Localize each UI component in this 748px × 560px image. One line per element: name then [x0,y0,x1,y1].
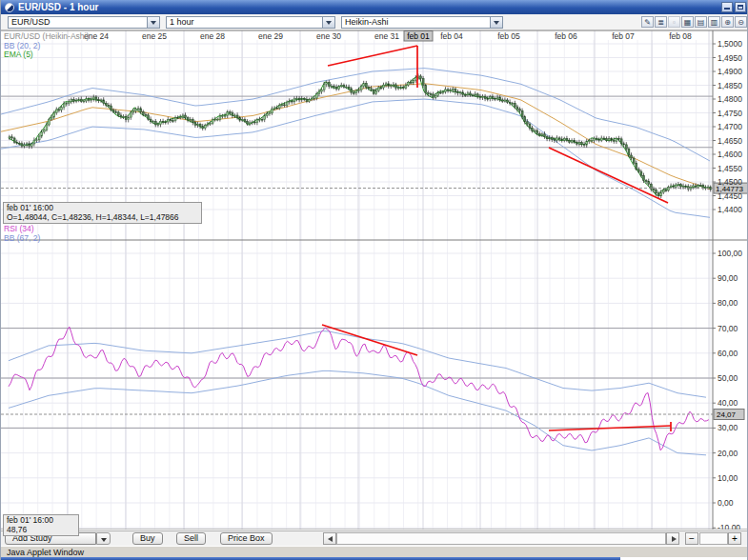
svg-text:100,00: 100,00 [718,249,742,258]
detach-icon[interactable]: ▫ [668,16,680,28]
studies-list-icon[interactable]: ≣ [655,16,667,28]
svg-text:1,4700: 1,4700 [718,122,742,131]
chart-area[interactable]: 1,4477324,071,50001,49501,49001,48501,48… [1,30,748,530]
window-title: EUR/USD - 1 hour [18,2,98,12]
svg-text:70,00: 70,00 [718,324,738,333]
chevron-down-icon[interactable] [147,17,159,28]
buy-button[interactable]: Buy [132,532,163,545]
svg-text:feb 01: feb 01 [407,31,430,41]
main-toolbar: EUR/USD 1 hour Heikin-Ashi ✎≣▫▦▤▥⊕⊖ [1,14,748,30]
chevron-down-icon[interactable] [490,17,502,28]
rsi-tooltip: feb 01' 16:00 48,76 [3,514,79,536]
svg-text:ene 29: ene 29 [258,31,283,41]
application-window: EUR/USD - 1 hour EUR/USD 1 hour Heikin-A… [0,0,748,560]
status-bar: Java Applet Window [1,546,748,557]
crosshair-date-label: feb 01 [404,31,433,42]
svg-text:1,4550: 1,4550 [718,164,742,173]
legend-entry: EMA (5) [4,50,89,60]
sell-button[interactable]: Sell [176,532,206,545]
svg-text:feb 08: feb 08 [669,31,692,41]
layout-columns-icon[interactable]: ▥ [708,16,720,28]
layout-rows-icon[interactable]: ▤ [695,16,707,28]
interval-select-value: 1 hour [170,17,194,28]
svg-text:feb 05: feb 05 [497,31,520,41]
pencil-draw-icon[interactable]: ✎ [641,16,654,28]
svg-text:1,4850: 1,4850 [718,81,742,90]
svg-text:1,4400: 1,4400 [718,205,742,214]
svg-text:feb 04: feb 04 [440,31,463,41]
zoom-in-button[interactable]: + [728,532,741,545]
add-study-dropdown-button[interactable] [96,532,111,545]
svg-text:ene 25: ene 25 [142,31,167,41]
legend-entry: BB (67, 2) [4,234,40,244]
chevron-down-icon[interactable] [322,17,334,28]
status-text: Java Applet Window [7,548,84,557]
zoom-out-button[interactable]: − [685,532,698,545]
svg-text:1,4500: 1,4500 [718,177,742,187]
svg-text:80,00: 80,00 [718,298,738,308]
chart-type-select[interactable]: Heikin-Ashi [341,16,503,29]
svg-text:1,4650: 1,4650 [718,136,742,146]
svg-text:1,4600: 1,4600 [718,150,742,159]
svg-text:60,00: 60,00 [718,349,738,358]
tooltip-ohlc: O=1,48044, C=1,48236, H=1,48344, L=1,478… [7,213,198,223]
scroll-right-button[interactable] [666,532,679,545]
minimize-button[interactable] [721,2,733,12]
svg-text:40,00: 40,00 [718,398,738,408]
ohlc-tooltip: feb 01' 16:00 O=1,48044, C=1,48236, H=1,… [3,202,202,224]
svg-text:ene 30: ene 30 [316,31,341,41]
svg-text:24,07: 24,07 [717,410,737,419]
zoom-out-icon[interactable]: ⊖ [735,16,747,28]
svg-text:1,4900: 1,4900 [718,67,742,76]
svg-text:1,4450: 1,4450 [718,191,742,201]
tooltip-value: 48,76 [7,526,75,535]
svg-text:feb 07: feb 07 [612,31,635,41]
bottom-toolbar: Add Study Buy Sell Price Box − + [1,530,748,546]
svg-text:ene 28: ene 28 [200,31,225,41]
zoom-slider-track[interactable] [699,532,728,545]
maximize-button[interactable] [735,2,746,12]
svg-text:-10,00: -10,00 [718,523,740,530]
rsi-panel-legend: RSI (34)BB (67, 2) [4,225,40,243]
symbol-select-value: EUR/USD [11,17,51,28]
chart-type-select-value: Heikin-Ashi [345,17,389,28]
svg-text:90,00: 90,00 [718,273,738,283]
scroll-left-button[interactable] [323,532,336,545]
app-logo-icon [5,3,14,12]
svg-text:10,00: 10,00 [718,473,738,483]
svg-text:ene 31: ene 31 [374,31,399,41]
price-box-button[interactable]: Price Box [220,532,273,545]
layout-grid-icon[interactable]: ▦ [681,16,694,28]
svg-text:20,00: 20,00 [718,449,738,458]
zoom-in-icon[interactable]: ⊕ [721,16,734,28]
chart-tools-icon-strip: ✎≣▫▦▤▥⊕⊖ [641,16,747,29]
svg-text:1,5000: 1,5000 [718,39,742,49]
svg-text:1,4950: 1,4950 [718,53,742,63]
symbol-select[interactable]: EUR/USD [8,16,160,29]
svg-text:feb 06: feb 06 [555,31,577,41]
title-bar: EUR/USD - 1 hour [1,0,748,14]
svg-text:30,00: 30,00 [718,423,738,432]
svg-text:1,4750: 1,4750 [718,109,742,118]
svg-text:1,4800: 1,4800 [718,94,742,104]
price-panel-legend: EUR/USD (Heikin-Ashi)BB (20, 2)EMA (5) [4,32,89,60]
svg-text:0,00: 0,00 [718,498,734,508]
svg-text:50,00: 50,00 [718,373,738,383]
interval-select[interactable]: 1 hour [166,16,335,29]
chart-scrollbar-track[interactable] [336,532,666,545]
